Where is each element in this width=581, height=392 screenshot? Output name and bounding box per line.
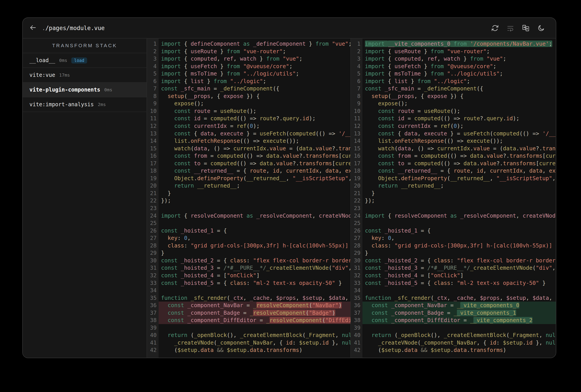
line-number: 27 bbox=[351, 234, 362, 242]
inspect-window: ./pages/module.vue bbox=[22, 17, 556, 358]
load-badge: load bbox=[71, 58, 87, 64]
code-line: Object.defineProperty(__returned__, "__i… bbox=[158, 174, 350, 182]
code-line: function _sfc_render(_ctx, _cache, $prop… bbox=[158, 294, 350, 302]
line-number: 15 bbox=[351, 145, 362, 152]
sidebar-item-vite-vue[interactable]: vite:vue 17ms bbox=[23, 68, 146, 83]
code-line: const to = computed(() => data.value?.tr… bbox=[158, 160, 350, 167]
code-line bbox=[362, 220, 556, 227]
line-number: 31 bbox=[147, 264, 158, 272]
line-number: 22 bbox=[147, 197, 158, 204]
line-number: 15 bbox=[147, 145, 158, 152]
refresh-icon[interactable] bbox=[491, 24, 499, 32]
diff-view-icon[interactable] bbox=[522, 24, 530, 32]
line-number: 36 bbox=[147, 302, 158, 309]
dark-mode-moon-icon[interactable] bbox=[537, 24, 545, 32]
code-line: const to = computed(() => data.value?.tr… bbox=[362, 160, 556, 167]
code-line: const _hoisted_1 = { bbox=[158, 227, 350, 234]
line-number: 42 bbox=[147, 346, 158, 354]
line-number: 13 bbox=[147, 130, 158, 138]
line-number: 2 bbox=[351, 48, 362, 55]
line-number: 29 bbox=[147, 249, 158, 257]
line-number: 26 bbox=[351, 227, 362, 234]
line-number: 37 bbox=[351, 309, 362, 317]
code-line: const _hoisted_3 = /*#__PURE__*/_createE… bbox=[362, 264, 556, 272]
code-panel-after[interactable]: 1234567891011121314151617181920212223242… bbox=[351, 38, 556, 358]
code-line: Object.defineProperty(__returned__, "__i… bbox=[362, 174, 556, 182]
line-number: 16 bbox=[351, 152, 362, 160]
plugin-time: 0ms bbox=[104, 87, 112, 92]
plugin-name: vite:import-analysis bbox=[30, 101, 94, 108]
line-number: 40 bbox=[147, 332, 158, 339]
plugin-name: vite-plugin-components bbox=[30, 87, 100, 93]
code-line bbox=[362, 324, 556, 332]
sidebar-item-vite-import-analysis[interactable]: vite:import-analysis 2ms bbox=[23, 97, 146, 112]
code-line: import { msToTime } from "../logic/utils… bbox=[362, 70, 556, 78]
back-button[interactable] bbox=[28, 24, 38, 32]
line-number: 11 bbox=[147, 115, 158, 122]
line-number: 34 bbox=[147, 287, 158, 294]
sidebar-heading: TRANSFORM STACK bbox=[23, 38, 146, 53]
code-left: import { defineComponent as _defineCompo… bbox=[158, 38, 350, 358]
sidebar-item-load[interactable]: __load__ 0ms load bbox=[23, 53, 146, 68]
code-panel-before[interactable]: 1234567891011121314151617181920212223242… bbox=[147, 38, 351, 358]
line-number: 3 bbox=[351, 55, 362, 62]
line-number: 8 bbox=[351, 92, 362, 100]
line-number: 20 bbox=[351, 182, 362, 190]
code-line: import __vite_components_0 from '/compon… bbox=[362, 40, 556, 48]
line-number: 34 bbox=[351, 287, 362, 294]
code-line: import { resolveComponent as _resolveCom… bbox=[362, 212, 556, 220]
sidebar-item-vite-plugin-components[interactable]: vite-plugin-components 0ms bbox=[23, 83, 146, 97]
line-number: 18 bbox=[147, 167, 158, 174]
code-line: const _hoisted_4 = ["onClick"] bbox=[158, 272, 350, 279]
module-path-title: ./pages/module.vue bbox=[42, 25, 105, 32]
line-number: 42 bbox=[351, 346, 362, 354]
plugin-name: __load__ bbox=[30, 57, 55, 64]
line-wrap-icon[interactable] bbox=[506, 24, 514, 32]
line-number: 24 bbox=[147, 212, 158, 220]
code-line: ($setup.data && $setup.data.transforms) bbox=[362, 346, 556, 354]
code-line bbox=[362, 204, 556, 212]
code-line: return (_openBlock(), _createElementBloc… bbox=[158, 332, 350, 339]
code-line bbox=[362, 287, 556, 294]
line-number: 29 bbox=[351, 249, 362, 257]
code-line: setup(__props, { expose }) { bbox=[158, 92, 350, 100]
code-line: const _hoisted_2 = { class: "flex flex-c… bbox=[362, 257, 556, 264]
line-number: 2 bbox=[147, 48, 158, 55]
code-line: return __returned__; bbox=[158, 182, 350, 190]
line-number: 1 bbox=[147, 40, 158, 48]
code-line: import { useFetch } from "@vueuse/core"; bbox=[158, 62, 350, 70]
code-line: import { msToTime } from "../logic/utils… bbox=[158, 70, 350, 78]
code-line: const _hoisted_5 = { class: "ml-2 text-x… bbox=[362, 279, 556, 287]
code-line: const currentIdx = ref(0); bbox=[362, 122, 556, 130]
line-number: 27 bbox=[147, 234, 158, 242]
code-line: const _sfc_main = _defineComponent({ bbox=[362, 85, 556, 92]
code-line: const _hoisted_3 = /*#__PURE__*/_createE… bbox=[158, 264, 350, 272]
line-number: 41 bbox=[147, 339, 158, 346]
line-number: 21 bbox=[147, 190, 158, 197]
code-line: watch(data, () => currentIdx.value = (da… bbox=[362, 145, 556, 152]
code-line: import { computed, ref, watch } from "vu… bbox=[158, 55, 350, 62]
code-line: const route = useRoute(); bbox=[158, 107, 350, 115]
code-line: const _component_DiffEditor = _resolveCo… bbox=[158, 316, 350, 324]
code-line: list.onFetchResponse(() => execute()); bbox=[158, 137, 350, 145]
line-number: 11 bbox=[351, 115, 362, 122]
gutter-right: 1234567891011121314151617181920212223242… bbox=[351, 38, 362, 358]
main-area: TRANSFORM STACK __load__ 0ms load vite:v… bbox=[23, 38, 556, 358]
line-number: 4 bbox=[147, 62, 158, 70]
line-number: 1 bbox=[351, 40, 362, 48]
titlebar: ./pages/module.vue bbox=[23, 18, 556, 38]
code-line: import { useFetch } from "@vueuse/core"; bbox=[362, 62, 556, 70]
code-line: setup(__props, { expose }) { bbox=[362, 92, 556, 100]
code-line: } bbox=[362, 190, 556, 197]
line-number: 30 bbox=[351, 257, 362, 264]
code-line: expose(); bbox=[158, 100, 350, 107]
code-line: function _sfc_render(_ctx, _cache, $prop… bbox=[362, 294, 556, 302]
transform-stack-sidebar: TRANSFORM STACK __load__ 0ms load vite:v… bbox=[23, 38, 147, 358]
code-line: const { data, execute } = useFetch(compu… bbox=[158, 130, 350, 138]
line-number: 9 bbox=[351, 100, 362, 107]
desktop-background: { "colors": { "accent_badge_blue": "#54a… bbox=[0, 0, 581, 392]
code-line: const _component_Badge = __vite_componen… bbox=[362, 309, 556, 317]
code-line: _createVNode(_component_NavBar, { id: $s… bbox=[362, 339, 556, 346]
code-line: const _component_NavBar = __vite_compone… bbox=[362, 302, 556, 309]
line-number: 38 bbox=[147, 316, 158, 324]
